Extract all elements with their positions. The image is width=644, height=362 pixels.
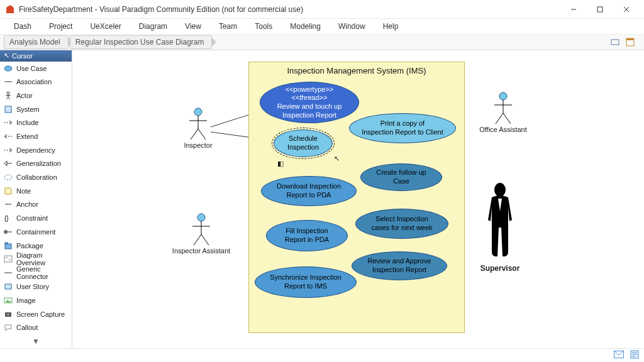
status-bar [0,348,644,362]
svg-point-55 [197,214,205,221]
svg-point-60 [499,92,507,100]
system-title: Inspection Management System (IMS) [249,62,464,77]
note-icon[interactable] [630,350,639,361]
menu-team[interactable]: Team [210,20,246,33]
mail-icon[interactable] [614,351,624,360]
menu-modeling[interactable]: Modeling [281,20,330,33]
actor-label: Supervisor [475,264,525,273]
palette-extend[interactable]: Extend [0,129,72,143]
minimize-button[interactable] [561,1,586,18]
palette-screen-capture[interactable]: Screen Capture [0,307,72,321]
usecase-create-followup[interactable]: Create follow up Case [360,163,442,191]
svg-rect-5 [611,40,619,45]
svg-line-58 [194,234,201,245]
resource-handle-icon[interactable]: ◧ [277,160,284,168]
actor-inspector[interactable]: Inspector [179,107,217,149]
svg-line-54 [198,129,206,140]
palette-actor[interactable]: Actor [0,89,72,102]
palette-user-story[interactable]: User Story [0,280,72,293]
palette-containment[interactable]: Containment [0,225,72,239]
usecase-schedule[interactable]: Schedule Inspection [274,129,333,157]
palette-system[interactable]: System [0,102,72,116]
toolbar-icon[interactable] [609,36,621,48]
usecase-select-cases[interactable]: Select Inspection cases for next week [355,209,448,239]
menu-uexceler[interactable]: UeXceler [81,20,130,33]
usecase-print-copy[interactable]: Print a copy of Inspection Report to Cli… [349,113,456,143]
palette-package[interactable]: Package [0,239,72,253]
app-icon [5,4,15,14]
palette-note[interactable]: Note [0,184,72,198]
resource-handle-icon[interactable]: ↖ [334,155,340,163]
tool-palette: ↖Cursor Use Case Association Actor Syste… [0,50,72,348]
palette-diagram-overview[interactable]: Diagram Overview [0,252,72,266]
usecase-download[interactable]: Download Inspection Report to PDA [261,176,357,206]
palette-constraint[interactable]: {}Constraint [0,211,72,225]
menu-help[interactable]: Help [374,20,408,33]
palette-association[interactable]: Association [0,75,72,89]
svg-rect-15 [5,106,11,112]
window-title: FireSafetyDepartment - Visual Paradigm C… [19,5,561,14]
close-button[interactable] [614,1,639,18]
menu-tools[interactable]: Tools [246,20,281,33]
svg-point-10 [7,92,9,94]
svg-point-8 [4,66,12,71]
svg-marker-20 [4,161,7,166]
svg-rect-7 [626,38,634,40]
svg-point-21 [4,175,12,180]
palette-image[interactable]: Image [0,293,72,307]
palette-dependency[interactable]: Dependency [0,143,72,157]
svg-line-14 [8,97,10,99]
svg-rect-28 [5,244,11,249]
associations-layer [72,50,261,145]
menu-bar: Dash Project UeXceler Diagram View Team … [0,19,644,34]
svg-rect-34 [5,284,11,289]
actor-label: Office Assistant [475,126,531,133]
palette-collaboration[interactable]: Collaboration [0,170,72,184]
palette-use-case[interactable]: Use Case [0,62,72,75]
svg-text:{}: {} [4,215,9,222]
diagram-canvas[interactable]: Inspection Management System (IMS) Inspe… [72,50,644,348]
actor-office-assistant[interactable]: Office Assistant [475,91,531,133]
palette-collapse-icon[interactable]: ▼ [0,334,72,348]
maximize-button[interactable] [587,1,613,18]
palette-generic-connector[interactable]: Generic Connector [0,266,72,280]
svg-line-13 [6,97,8,99]
title-bar: FireSafetyDepartment - Visual Paradigm C… [0,0,644,19]
palette-header[interactable]: ↖Cursor [0,50,72,62]
actor-supervisor[interactable]: Supervisor [475,182,525,273]
actor-inspector-assistant[interactable]: Inspector Assistant [170,212,233,255]
svg-rect-32 [9,259,11,260]
svg-line-64 [503,113,511,124]
svg-rect-31 [6,257,8,258]
usecase-review-touchup[interactable]: <<powertype>> <<thread>> Review and touc… [260,82,359,123]
svg-rect-2 [597,7,602,12]
menu-dash[interactable]: Dash [5,20,40,33]
menu-window[interactable]: Window [330,20,374,33]
svg-point-38 [7,313,9,315]
usecase-review-approve[interactable]: Review and Approve Inspection Report [352,251,447,280]
svg-rect-30 [4,256,12,262]
menu-diagram[interactable]: Diagram [130,20,176,33]
palette-include[interactable]: Include [0,116,72,129]
menu-view[interactable]: View [176,20,210,33]
actor-label: Inspector [179,141,217,149]
usecase-fill[interactable]: Fill Inspection Report in PDA [266,220,348,251]
palette-generalization[interactable]: Generalization [0,157,72,171]
menu-project[interactable]: Project [40,20,81,33]
svg-line-63 [496,113,503,124]
svg-line-53 [191,129,198,140]
main: ↖Cursor Use Case Association Actor Syste… [0,50,644,348]
toolbar-icon[interactable] [624,36,636,48]
actor-label: Inspector Assistant [170,247,233,255]
breadcrumb-item[interactable]: Regular Inspection Use Case Diagram [70,35,213,49]
svg-point-50 [194,108,202,116]
usecase-sync[interactable]: Synchronize Inspection Report to IMS [255,266,357,298]
palette-callout[interactable]: Callout [0,321,72,334]
breadcrumb-item[interactable]: Analysis Model [4,35,69,49]
svg-rect-29 [5,243,8,244]
palette-anchor[interactable]: Anchor [0,198,72,212]
window-controls [561,1,639,18]
breadcrumb: Analysis Model Regular Inspection Use Ca… [0,34,644,50]
svg-point-65 [494,183,506,197]
svg-line-59 [201,234,209,245]
